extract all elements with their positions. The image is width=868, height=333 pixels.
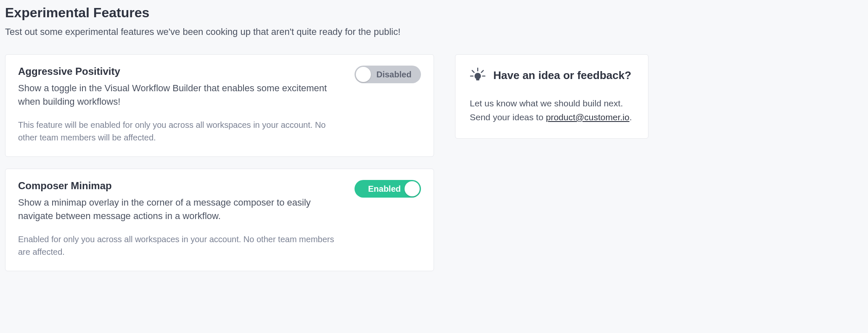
- svg-line-4: [482, 71, 484, 73]
- page-title: Experimental Features: [5, 5, 863, 21]
- feature-body: Aggressive Positivity Show a toggle in t…: [18, 66, 344, 144]
- toggle-wrap: Disabled: [355, 66, 421, 144]
- svg-point-0: [474, 73, 481, 79]
- feature-toggle[interactable]: Enabled: [355, 180, 421, 198]
- toggle-wrap: Enabled: [355, 180, 421, 258]
- lightbulb-icon: [470, 67, 486, 83]
- feature-description: Show a minimap overlay in the corner of …: [18, 196, 338, 223]
- toggle-knob: [356, 67, 371, 82]
- features-column: Aggressive Positivity Show a toggle in t…: [5, 54, 434, 271]
- feature-note: This feature will be enabled for only yo…: [18, 119, 344, 144]
- feedback-column: Have an idea or feedback? Let us know wh…: [455, 54, 648, 139]
- feature-note: Enabled for only you across all workspac…: [18, 233, 344, 258]
- toggle-label: Enabled: [368, 185, 401, 193]
- feature-body: Composer Minimap Show a minimap overlay …: [18, 180, 344, 258]
- toggle-label: Disabled: [376, 70, 411, 79]
- feature-card: Composer Minimap Show a minimap overlay …: [5, 169, 434, 271]
- feedback-title: Have an idea or feedback?: [493, 69, 631, 82]
- feedback-header: Have an idea or feedback?: [470, 67, 634, 83]
- feedback-text: Let us know what we should build next. S…: [470, 97, 634, 124]
- svg-line-3: [472, 71, 474, 73]
- feedback-text-suffix: .: [630, 112, 632, 122]
- svg-rect-1: [476, 79, 479, 81]
- feature-description: Show a toggle in the Visual Workflow Bui…: [18, 82, 338, 108]
- feedback-email-link[interactable]: product@customer.io: [546, 112, 630, 122]
- toggle-knob: [405, 181, 420, 196]
- content-layout: Aggressive Positivity Show a toggle in t…: [5, 54, 863, 271]
- page-subtitle: Test out some experimental features we'v…: [5, 26, 863, 37]
- feature-toggle[interactable]: Disabled: [355, 66, 421, 83]
- feedback-card: Have an idea or feedback? Let us know wh…: [455, 54, 648, 139]
- feature-title: Composer Minimap: [18, 180, 344, 192]
- feature-title: Aggressive Positivity: [18, 66, 344, 77]
- feature-card: Aggressive Positivity Show a toggle in t…: [5, 54, 434, 157]
